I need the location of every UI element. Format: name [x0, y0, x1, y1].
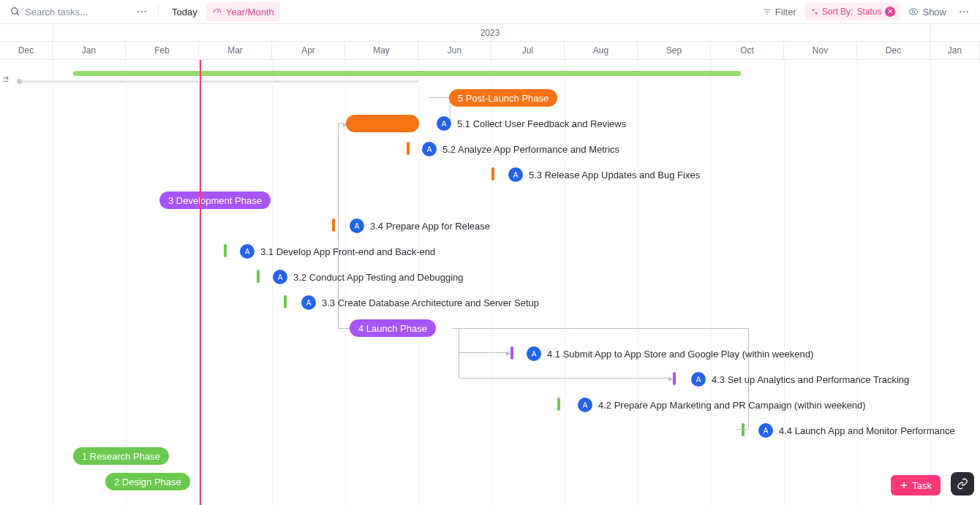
- svg-point-4: [144, 11, 146, 12]
- task-row[interactable]: A5.3 Release App Updates and Bug Fixes: [508, 167, 700, 182]
- month-cell: Feb: [126, 42, 199, 59]
- close-icon[interactable]: ✕: [885, 7, 895, 17]
- year-row: 2023: [0, 24, 980, 42]
- avatar: A: [350, 219, 364, 233]
- task-tick[interactable]: [510, 346, 513, 360]
- dependency-line: [459, 352, 508, 353]
- search-input[interactable]: [25, 7, 127, 18]
- svg-point-3: [141, 11, 143, 12]
- sort-pill[interactable]: Sort By: Status ✕: [805, 3, 900, 20]
- avatar: A: [437, 116, 451, 131]
- svg-point-2: [137, 11, 139, 12]
- new-task-button[interactable]: Task: [891, 475, 941, 495]
- task-label: 3.3 Create Database Architecture and Ser…: [322, 297, 539, 308]
- month-cell: Jan: [53, 42, 126, 59]
- phase-label: 5 Post-Launch Phase: [458, 93, 549, 104]
- task-tick[interactable]: [332, 219, 335, 232]
- more-icon[interactable]: [133, 3, 151, 20]
- sort-value: Status: [856, 7, 881, 17]
- scale-button[interactable]: Year/Month: [206, 2, 280, 21]
- year-label: 2023: [480, 28, 500, 38]
- expand-sidebar-icon[interactable]: [0, 73, 13, 86]
- month-cell: Sep: [638, 42, 711, 59]
- toolbar-right: Filter Sort By: Status ✕ Show: [757, 2, 973, 21]
- avatar: A: [578, 398, 592, 412]
- link-button[interactable]: [951, 472, 974, 495]
- task-label: 3.2 Conduct App Testing and Debugging: [293, 272, 464, 283]
- month-cell: Dec: [857, 42, 930, 59]
- task-tick[interactable]: [257, 270, 260, 283]
- more-icon[interactable]: [955, 3, 973, 20]
- task-label: 5.3 Release App Updates and Bug Fixes: [529, 170, 700, 181]
- task-label: 3.1 Develop App Front-end and Back-end: [260, 246, 435, 257]
- avatar: A: [758, 423, 773, 438]
- grid-line: [784, 60, 785, 505]
- task-row[interactable]: A3.2 Conduct App Testing and Debugging: [273, 270, 464, 284]
- filter-icon: [763, 7, 772, 16]
- month-row: DecJanFebMarAprMayJunJulAugSepOctNovDecJ…: [0, 42, 980, 59]
- task-tick[interactable]: [224, 244, 227, 257]
- task-label: 4.2 Prepare App Marketing and PR Campaig…: [598, 400, 866, 411]
- task-row[interactable]: A3.4 Prepare App for Release: [350, 219, 490, 233]
- month-cell: Apr: [272, 42, 345, 59]
- task-tick[interactable]: [673, 372, 676, 385]
- new-task-label: Task: [912, 480, 932, 491]
- avatar: A: [240, 244, 255, 259]
- month-cell: Mar: [199, 42, 272, 59]
- avatar: A: [691, 372, 706, 387]
- task-row[interactable]: A4.4 Launch App and Monitor Performance: [758, 423, 955, 438]
- avatar: A: [527, 346, 541, 361]
- today-button[interactable]: Today: [166, 2, 203, 21]
- month-cell: May: [345, 42, 418, 59]
- phase-bar[interactable]: 4 Launch Phase: [350, 319, 436, 337]
- task-tick[interactable]: [557, 398, 560, 411]
- grid-line: [53, 60, 53, 505]
- phase-bar[interactable]: 3 Development Phase: [159, 191, 271, 209]
- task-row[interactable]: A4.2 Prepare App Marketing and PR Campai…: [578, 398, 866, 412]
- eye-icon: [908, 7, 919, 17]
- svg-line-1: [17, 13, 19, 15]
- phase-bar[interactable]: 1 Research Phase: [73, 447, 169, 465]
- task-label: 4.1 Submit App to App Store and Google P…: [547, 349, 813, 360]
- sort-icon: [811, 8, 818, 15]
- task-label: 3.4 Prepare App for Release: [370, 221, 490, 232]
- month-cell: Oct: [711, 42, 784, 59]
- phase-bar[interactable]: 2 Design Phase: [105, 473, 190, 490]
- sort-prefix: Sort By:: [822, 7, 853, 17]
- search-icon: [10, 7, 20, 17]
- toolbar-left: Today Year/Month: [7, 2, 280, 21]
- show-button[interactable]: Show: [902, 2, 952, 21]
- task-tick[interactable]: [284, 295, 287, 308]
- dependency-line: [338, 328, 350, 329]
- grid-line: [638, 60, 638, 505]
- task-tick[interactable]: [491, 167, 494, 181]
- task-row[interactable]: A5.1 Collect User Feedback and Reviews: [437, 116, 626, 131]
- task-row[interactable]: A5.2 Analyze App Performance and Metrics: [422, 142, 619, 156]
- task-bar[interactable]: [346, 115, 419, 132]
- svg-point-8: [913, 10, 916, 13]
- month-cell: Nov: [784, 42, 857, 59]
- month-cell: Dec: [0, 42, 53, 59]
- phase-bar[interactable]: 5 Post-Launch Phase: [449, 89, 557, 107]
- project-handle[interactable]: [17, 79, 22, 84]
- month-cell: Jan: [930, 42, 980, 59]
- avatar: A: [301, 295, 316, 310]
- avatar: A: [273, 270, 287, 284]
- task-tick[interactable]: [407, 142, 410, 155]
- task-tick[interactable]: [742, 423, 745, 436]
- current-month-line: Current Month: [200, 60, 201, 505]
- filter-button[interactable]: Filter: [757, 2, 802, 21]
- search-wrap[interactable]: [7, 2, 130, 21]
- gantt-chart[interactable]: Current Month 5 Post-Launch Phase A5.1 C…: [0, 60, 980, 505]
- task-row[interactable]: A3.3 Create Database Architecture and Se…: [301, 295, 539, 310]
- task-row[interactable]: A4.3 Set up Analytics and Performance Tr…: [691, 372, 909, 387]
- task-row[interactable]: A4.1 Submit App to App Store and Google …: [527, 346, 813, 361]
- grid-line: [126, 60, 127, 505]
- filter-label: Filter: [775, 7, 796, 18]
- task-row[interactable]: A3.1 Develop App Front-end and Back-end: [240, 244, 435, 259]
- task-label: 4.3 Set up Analytics and Performance Tra…: [712, 374, 909, 385]
- plus-icon: [900, 481, 908, 490]
- project-bar[interactable]: [73, 71, 741, 76]
- dependency-line: [429, 97, 450, 98]
- svg-point-0: [12, 8, 18, 14]
